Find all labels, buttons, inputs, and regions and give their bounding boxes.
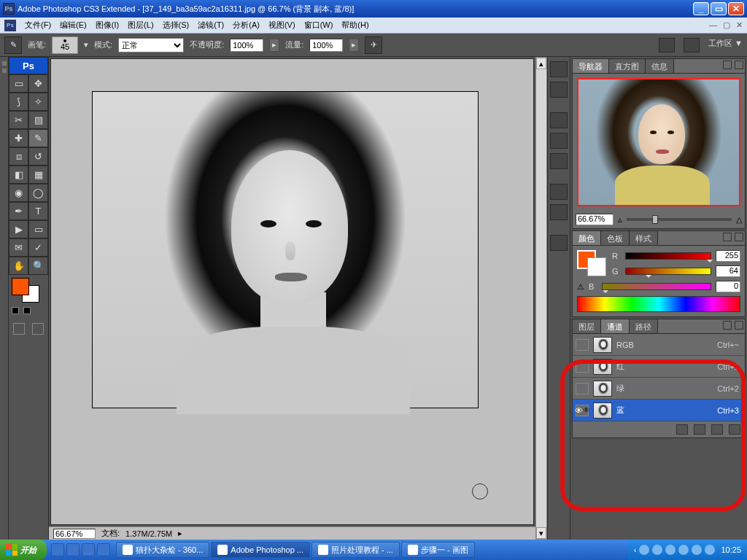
window-maximize-button[interactable]: ▭	[711, 2, 727, 15]
panel-minimize-icon[interactable]	[723, 321, 732, 330]
foreground-color-swatch[interactable]	[12, 278, 29, 295]
tray-icon[interactable]	[665, 545, 676, 555]
color-background-swatch[interactable]	[587, 257, 606, 276]
navigator-zoom-field[interactable]: 66.67%	[576, 214, 614, 225]
tab-styles[interactable]: 样式	[630, 231, 658, 245]
lasso-tool[interactable]: ⟆	[9, 93, 28, 111]
red-value[interactable]: 255	[716, 250, 740, 262]
vertical-scrollbar[interactable]: ▴ ▾	[535, 57, 547, 540]
dock-icon[interactable]	[550, 153, 568, 169]
hand-tool[interactable]: ✋	[9, 257, 28, 275]
mdi-restore-button[interactable]: ▢	[723, 20, 730, 30]
mdi-close-button[interactable]: ✕	[736, 20, 743, 30]
dock-icon[interactable]	[550, 204, 568, 220]
menu-layer[interactable]: 图层(L)	[128, 20, 153, 31]
menu-file[interactable]: 文件(F)	[25, 20, 51, 31]
menu-help[interactable]: 帮助(H)	[341, 20, 368, 31]
tray-icon[interactable]	[652, 545, 662, 555]
channel-row[interactable]: 👁蓝Ctrl+3	[573, 400, 745, 421]
visibility-toggle[interactable]: 👁	[576, 405, 589, 416]
channel-row[interactable]: 红Ctrl+1	[573, 356, 745, 378]
slice-tool[interactable]: ▨	[28, 111, 48, 129]
workspace-menu[interactable]: 工作区 ▼	[708, 38, 743, 52]
brush-picker-arrow[interactable]: ▾	[84, 40, 88, 50]
visibility-toggle[interactable]	[576, 383, 589, 394]
path-select-tool[interactable]: ▶	[9, 220, 28, 238]
tab-navigator[interactable]: 导航器	[573, 59, 609, 73]
channel-row[interactable]: RGBCtrl+~	[573, 334, 745, 356]
taskbar-task[interactable]: 猫扑大杂烩 - 360...	[116, 542, 209, 558]
delete-channel-icon[interactable]	[729, 424, 740, 435]
current-tool-icon[interactable]: ✎	[4, 36, 22, 54]
taskbar-task[interactable]: Adobe Photoshop ...	[211, 542, 310, 558]
tray-icon[interactable]	[705, 545, 715, 555]
tray-arrow-icon[interactable]: ‹	[634, 545, 637, 554]
tray-icon[interactable]	[639, 545, 649, 555]
menu-image[interactable]: 图像(I)	[96, 20, 119, 31]
scroll-down-button[interactable]: ▾	[536, 527, 546, 539]
clock[interactable]: 10:25	[721, 545, 741, 554]
blue-value[interactable]: 0	[716, 281, 740, 292]
red-slider[interactable]	[625, 252, 711, 260]
panel-minimize-icon[interactable]	[723, 61, 732, 69]
brush-tool[interactable]: ✎	[28, 129, 48, 147]
panel-close-icon[interactable]	[735, 233, 743, 241]
window-close-button[interactable]: ✕	[728, 2, 744, 15]
menu-filter[interactable]: 滤镜(T)	[198, 20, 224, 31]
tab-info[interactable]: 信息	[646, 59, 674, 73]
eraser-tool[interactable]: ◧	[9, 166, 28, 184]
panel-close-icon[interactable]	[735, 321, 743, 330]
channel-row[interactable]: 绿Ctrl+2	[573, 378, 745, 400]
menu-edit[interactable]: 编辑(E)	[60, 20, 87, 31]
dodge-tool[interactable]: ◯	[28, 184, 48, 202]
green-value[interactable]: 64	[716, 265, 740, 277]
crop-tool[interactable]: ✂	[9, 111, 28, 129]
quicklaunch-icon[interactable]	[66, 543, 80, 556]
dock-icon[interactable]	[550, 235, 568, 251]
dock-icon[interactable]	[550, 61, 568, 77]
eyedropper-tool[interactable]: ✓	[28, 238, 48, 257]
dock-icon[interactable]	[550, 133, 568, 149]
notes-tool[interactable]: ✉	[9, 238, 28, 257]
shape-tool[interactable]: ▭	[28, 220, 48, 238]
quicklaunch-icon[interactable]	[97, 543, 110, 556]
gradient-tool[interactable]: ▦	[28, 166, 48, 184]
flow-field[interactable]: 100%	[309, 39, 343, 52]
zoom-tool[interactable]: 🔍	[28, 257, 48, 275]
new-channel-icon[interactable]	[711, 424, 723, 435]
taskbar-task[interactable]: 步骤一 - 画图	[401, 542, 475, 558]
flow-arrow[interactable]: ▸	[349, 39, 359, 52]
dock-icon[interactable]	[550, 112, 568, 128]
menu-view[interactable]: 视图(V)	[268, 20, 295, 31]
window-minimize-button[interactable]: _	[693, 2, 709, 15]
canvas-viewport[interactable]	[50, 58, 534, 525]
tab-histogram[interactable]: 直方图	[609, 59, 646, 73]
marquee-tool[interactable]: ▭	[9, 74, 28, 93]
status-arrow-icon[interactable]: ▸	[178, 529, 182, 538]
brush-preset-picker[interactable]: 45	[52, 36, 78, 54]
blend-mode-select[interactable]: 正常	[118, 38, 184, 52]
blue-slider[interactable]	[602, 283, 711, 290]
pen-tool[interactable]: ✒	[9, 202, 28, 220]
gamut-warning-icon[interactable]: ⚠	[577, 282, 584, 292]
visibility-toggle[interactable]	[576, 339, 589, 351]
menu-select[interactable]: 选择(S)	[163, 20, 190, 31]
tab-channels[interactable]: 通道	[601, 319, 630, 333]
swap-colors-icon[interactable]	[23, 307, 31, 314]
start-button[interactable]: 开始	[0, 540, 47, 560]
magic-wand-tool[interactable]: ✧	[28, 93, 48, 111]
zoom-field[interactable]: 66.67%	[53, 529, 96, 539]
move-tool[interactable]: ✥	[28, 74, 48, 93]
default-colors-icon[interactable]	[12, 307, 19, 314]
color-spectrum[interactable]	[577, 296, 740, 312]
opacity-arrow[interactable]: ▸	[269, 39, 279, 52]
document-canvas[interactable]	[92, 91, 479, 408]
navigator-thumbnail[interactable]	[577, 78, 740, 206]
opacity-field[interactable]: 100%	[230, 39, 263, 52]
menu-analysis[interactable]: 分析(A)	[233, 20, 260, 31]
mdi-minimize-button[interactable]: —	[709, 20, 717, 30]
tray-icon[interactable]	[692, 545, 702, 555]
dock-icon[interactable]	[550, 184, 568, 200]
quicklaunch-icon[interactable]	[51, 543, 64, 556]
dock-icon[interactable]	[550, 82, 568, 98]
